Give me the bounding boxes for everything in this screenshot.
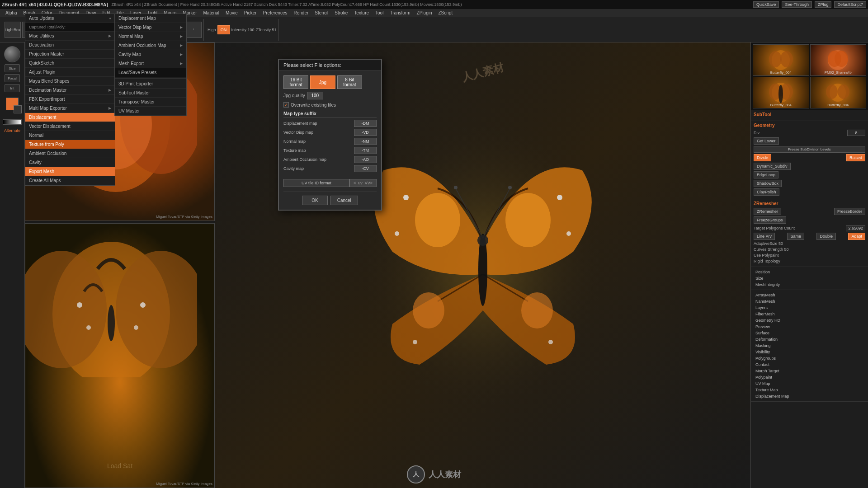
thumb-2[interactable]: PM02_Sharea4b (810, 44, 867, 76)
array-mesh-item[interactable]: ArrayMesh (754, 292, 865, 298)
displacement-map-sub[interactable]: Displacement Map (115, 14, 186, 23)
same-btn[interactable]: Same (787, 233, 804, 240)
polypaint-item[interactable]: Polypaint (754, 374, 865, 380)
uv-master-sub[interactable]: UV Master (115, 107, 186, 116)
mesh-export-sub[interactable]: Mesh Export ▶ (115, 59, 186, 68)
divide-btn[interactable]: Divide (754, 154, 771, 161)
uv-map-item[interactable]: UV Map (754, 380, 865, 387)
dynamic-subdiv-btn[interactable]: Dynamic_Subdiv (754, 163, 791, 170)
menu-transform[interactable]: Transform (387, 10, 413, 16)
vector-disp-sub[interactable]: Vector Disp Map ▶ (115, 23, 186, 32)
misc-utilities-item[interactable]: Misc Utilities ▶ (25, 32, 115, 41)
morph-target-item[interactable]: Morph Target (754, 368, 865, 374)
freeze-border-btn[interactable]: FreezeBorder (834, 208, 865, 215)
menu-alpha[interactable]: Alpha (3, 10, 20, 16)
masking-item[interactable]: Masking (754, 343, 865, 349)
gradient-bar[interactable] (3, 119, 22, 125)
ambient-occlusion-item[interactable]: Ambient Occlusion (25, 149, 115, 158)
create-all-maps-item[interactable]: Create All Maps (25, 176, 115, 185)
visibility-item[interactable]: Visibility (754, 349, 865, 355)
preview-item[interactable]: Preview (754, 324, 865, 330)
auto-update-item[interactable]: Auto Update ● (25, 14, 115, 23)
menu-render[interactable]: Render (291, 10, 311, 16)
geometry-section-title[interactable]: Geometry (754, 123, 865, 128)
menu-movie[interactable]: Movie (223, 10, 241, 16)
cavity-map-sub[interactable]: Cavity Map ▶ (115, 50, 186, 59)
decimation-master-item[interactable]: Decimation Master ▶ (25, 86, 115, 95)
deformation-item[interactable]: Deformation (754, 336, 865, 343)
geometry-hd-item[interactable]: Geometry HD (754, 317, 865, 324)
zremesher-section-title[interactable]: ZRemesher (754, 201, 865, 206)
export-mesh-item[interactable]: Export Mesh (25, 167, 115, 176)
texture-from-poly-item[interactable]: Texture from Poly (25, 140, 115, 149)
color-primary[interactable] (6, 98, 19, 110)
menu-stencil[interactable]: Stencil (312, 10, 331, 16)
menu-texture[interactable]: Texture (351, 10, 372, 16)
layers-item[interactable]: Layers (754, 305, 865, 311)
cavity-suffix-btn[interactable]: -CV (354, 165, 377, 172)
ao-suffix-btn[interactable]: -AO (354, 156, 377, 163)
thumb-3[interactable]: Butterfly_004 (753, 77, 809, 108)
menu-tool[interactable]: Tool (373, 10, 386, 16)
vector-displacement-item[interactable]: Vector Displacement (25, 122, 115, 131)
edge-loop-btn[interactable]: EdgeLoop (754, 171, 778, 178)
shadowbox-btn[interactable]: ShadowBox (754, 180, 782, 187)
raised-btn[interactable]: Raised (846, 154, 865, 161)
double-btn[interactable]: Double (816, 233, 836, 240)
surface-item[interactable]: Surface (754, 330, 865, 336)
transpose-master-sub[interactable]: Transpose Master (115, 98, 186, 107)
cavity-item[interactable]: Cavity (25, 158, 115, 167)
16bit-button[interactable]: 16 Bit format (283, 75, 308, 89)
subtool-master-sub[interactable]: SubTool Master (115, 89, 186, 98)
projection-master-item[interactable]: Projection Master (25, 50, 115, 59)
menu-zplugin[interactable]: ZPlugin (414, 10, 435, 16)
polygroups-item[interactable]: Polygroups (754, 355, 865, 361)
zplug-button[interactable]: ZPlug (815, 1, 832, 8)
dialog-cancel-button[interactable]: Cancel (330, 196, 358, 205)
mesh-integrity-item[interactable]: MeshIntegrity (754, 282, 865, 288)
deactivation-item[interactable]: Deactivation (25, 41, 115, 50)
contact-item[interactable]: Contact (754, 361, 865, 368)
freeze-subdiv-btn[interactable]: Freeze SubDivision Levels (754, 146, 865, 153)
material-sphere[interactable] (4, 46, 20, 62)
ambient-occlusion-sub[interactable]: Ambient Occlusion Map ▶ (115, 41, 186, 50)
freeze-groups-btn[interactable]: FreezeGroups (754, 216, 786, 224)
normal-item[interactable]: Normal (25, 131, 115, 140)
lightbox-button[interactable]: LightBox (5, 22, 21, 38)
dialog-ok-button[interactable]: OK (302, 196, 327, 205)
texture-map-item[interactable]: Texture Map (754, 387, 865, 393)
thumb-1[interactable]: Butterfly_004 (753, 44, 809, 76)
fiber-mesh-item[interactable]: FiberMesh (754, 311, 865, 317)
clay-polish-btn[interactable]: ClayPolish (754, 188, 779, 196)
displacement-item[interactable]: Displacement (25, 113, 115, 122)
adjust-plugin-item[interactable]: Adjust Plugin (25, 68, 115, 77)
see-through-button[interactable]: See-Through (782, 1, 812, 8)
position-item[interactable]: Position (754, 269, 865, 275)
uv-format-btn[interactable]: UV tile ID format (283, 179, 349, 187)
maya-blend-item[interactable]: Maya Blend Shapes (25, 77, 115, 86)
menu-picker[interactable]: Picker (241, 10, 259, 16)
fbx-export-item[interactable]: FBX ExportImport (25, 95, 115, 104)
multi-map-item[interactable]: Multi Map Exporter ▶ (25, 104, 115, 113)
thumb-4[interactable]: Butterfly_004 (810, 77, 867, 108)
load-save-presets-sub[interactable]: Load/Save Presets (115, 68, 186, 77)
brush-intensity[interactable]: Int (5, 84, 20, 92)
menu-material[interactable]: Material (201, 10, 222, 16)
8bit-button[interactable]: 8 Bit format (337, 75, 362, 89)
get-lower-btn[interactable]: Get Lower (754, 137, 779, 145)
displacement-suffix-btn[interactable]: -DM (354, 120, 377, 127)
nano-mesh-item[interactable]: NanoMesh (754, 298, 865, 305)
quicksketch-item[interactable]: QuickSketch (25, 59, 115, 68)
menu-stroke[interactable]: Stroke (332, 10, 350, 16)
default-script-button[interactable]: DefaultScript7 (834, 1, 866, 8)
color-secondary[interactable] (14, 105, 22, 113)
adapt-btn[interactable]: Adapt (848, 233, 865, 240)
texture-map-suffix-btn[interactable]: -TM (354, 147, 377, 154)
quicksave-button[interactable]: QuickSave (753, 1, 779, 8)
line-prv-btn[interactable]: Line Prv (754, 233, 775, 240)
menu-zscript[interactable]: ZScript (436, 10, 456, 16)
3d-print-exporter-sub[interactable]: 3D Print Exporter (115, 80, 186, 89)
zremesher-btn[interactable]: ZRemesher (754, 208, 781, 215)
displacement-map-item[interactable]: Displacement Map (754, 393, 865, 399)
subtool-section-title[interactable]: SubTool (754, 112, 865, 117)
